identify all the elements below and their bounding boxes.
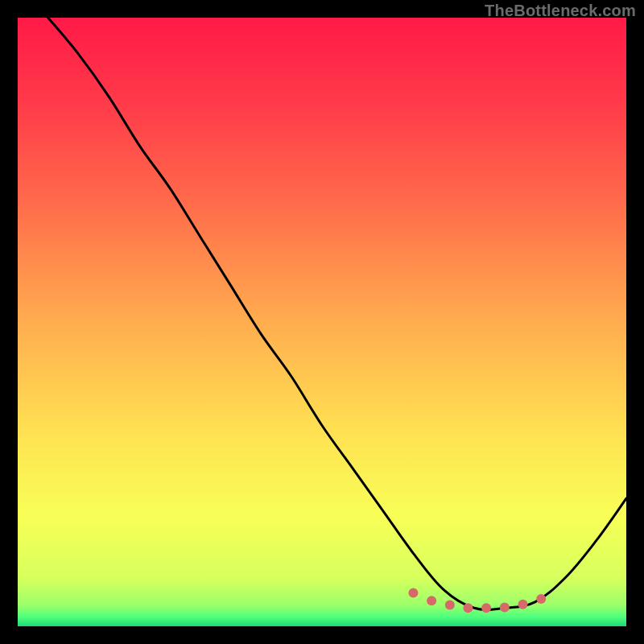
optimal-marker <box>536 594 546 604</box>
chart-frame: { "watermark": "TheBottleneck.com", "col… <box>0 0 644 644</box>
optimal-marker <box>427 596 436 605</box>
gradient-bg <box>18 18 626 626</box>
bottleneck-chart <box>18 18 626 626</box>
optimal-marker <box>463 603 473 613</box>
optimal-marker <box>518 600 528 609</box>
optimal-marker <box>500 603 510 613</box>
watermark-text: TheBottleneck.com <box>485 2 636 20</box>
optimal-marker <box>481 603 491 613</box>
optimal-marker <box>445 601 455 610</box>
optimal-marker <box>408 588 418 597</box>
